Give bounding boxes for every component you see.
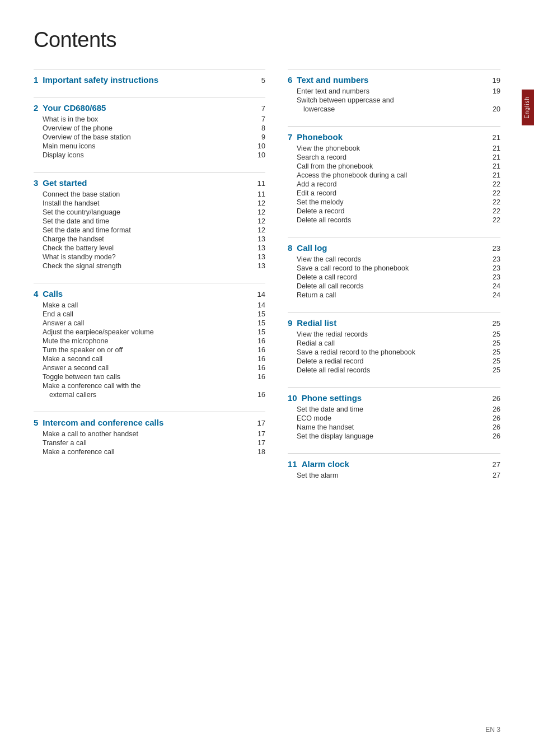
- entry-text: Search a record: [288, 153, 346, 161]
- section-page-5: 17: [257, 419, 265, 427]
- entry-page: 13: [253, 244, 265, 252]
- list-item: Delete a call record23: [288, 273, 500, 282]
- section-10: 10Phone settings26Set the date and time2…: [288, 387, 500, 441]
- entry-text: Make a second call: [34, 355, 102, 363]
- list-item: Transfer a call17: [34, 438, 265, 447]
- entry-text: Set the date and time: [34, 217, 109, 225]
- entry-text: Call from the phonebook: [288, 162, 373, 170]
- entry-page: 26: [488, 432, 500, 440]
- list-item: Set the alarm27: [288, 471, 500, 480]
- entry-page: 15: [253, 319, 265, 327]
- list-item: Overview of the base station9: [34, 133, 265, 142]
- section-number-3: 3: [34, 178, 38, 188]
- section-page-7: 21: [493, 133, 500, 142]
- list-item: Set the date and time12: [34, 217, 265, 226]
- section-title-10: Phone settings: [302, 393, 362, 403]
- list-item: Name the handset26: [288, 423, 500, 432]
- list-item: Charge the handset13: [34, 235, 265, 244]
- entry-page: 24: [488, 282, 500, 290]
- section-title-11: Alarm clock: [302, 459, 349, 469]
- entry-page: 22: [488, 216, 500, 224]
- entry-text: Answer a second call: [34, 364, 109, 372]
- entry-page: 21: [488, 162, 500, 170]
- list-item: Access the phonebook during a call21: [288, 171, 500, 180]
- section-header-7: 7Phonebook21: [288, 132, 500, 142]
- entry-page: 19: [488, 87, 500, 95]
- list-item: Make a second call16: [34, 354, 265, 363]
- entry-page: 23: [488, 264, 500, 272]
- list-item: Set the date and time format12: [34, 226, 265, 235]
- entry-text: Set the date and time format: [34, 226, 131, 234]
- entry-text: Connect the base station: [34, 190, 120, 198]
- entry-text: Edit a record: [288, 189, 336, 197]
- section-title-8: Call log: [297, 243, 327, 253]
- section-9: 9Redial list25View the redial records25R…: [288, 312, 500, 375]
- entry-text: Make a call to another handset: [34, 430, 138, 438]
- list-item: Set the country/language12: [34, 208, 265, 217]
- entry-text: Turn the speaker on or off: [34, 346, 123, 354]
- list-item: Mute the microphone16: [34, 337, 265, 346]
- entry-page: 16: [253, 346, 265, 354]
- entry-page: 16: [253, 337, 265, 345]
- list-item: Delete a redial record25: [288, 357, 500, 366]
- list-item: What is standby mode?13: [34, 253, 265, 262]
- list-item: external callers16: [34, 390, 265, 399]
- section-1: 1Important safety instructions5: [34, 69, 265, 85]
- entry-page: 11: [253, 190, 265, 198]
- entry-page: 12: [253, 199, 265, 207]
- section-header-6: 6Text and numbers19: [288, 75, 500, 85]
- section-number-2: 2: [34, 103, 38, 113]
- entry-page: 16: [253, 364, 265, 372]
- section-number-6: 6: [288, 75, 292, 85]
- right-column: 6Text and numbers19Enter text and number…: [288, 69, 500, 492]
- section-page-11: 27: [493, 460, 500, 469]
- list-item: Check the signal strength13: [34, 262, 265, 270]
- entry-page: 10: [253, 142, 265, 150]
- section-number-10: 10: [288, 393, 297, 403]
- section-number-9: 9: [288, 318, 292, 328]
- section-page-6: 19: [493, 76, 500, 85]
- entry-page: 18: [253, 448, 265, 456]
- section-header-5: 5Intercom and conference calls17: [34, 418, 265, 427]
- list-item: Display icons10: [34, 151, 265, 160]
- entry-page: 8: [253, 124, 265, 132]
- entry-page: 13: [253, 253, 265, 261]
- entry-text: Toggle between two calls: [34, 373, 120, 381]
- list-item: End a call15: [34, 310, 265, 319]
- list-item: Return a call24: [288, 291, 500, 300]
- entry-text: Delete all redial records: [288, 366, 370, 374]
- list-item: Answer a call15: [34, 319, 265, 328]
- section-title-2: Your CD680/685: [43, 103, 106, 113]
- section-header-8: 8Call log23: [288, 243, 500, 253]
- section-page-1: 5: [261, 76, 265, 85]
- entry-page: 13: [253, 262, 265, 270]
- entry-page: 22: [488, 189, 500, 197]
- list-item: Save a call record to the phonebook23: [288, 264, 500, 273]
- list-item: View the phonebook21: [288, 144, 500, 153]
- entry-page: 15: [253, 328, 265, 336]
- entry-text: external callers: [34, 391, 96, 399]
- entry-text: Mute the microphone: [34, 337, 108, 345]
- entry-page: 15: [253, 310, 265, 318]
- section-6: 6Text and numbers19Enter text and number…: [288, 69, 500, 114]
- section-title-3: Get started: [43, 178, 87, 188]
- entry-text: lowercase: [288, 105, 335, 113]
- entry-page: 22: [488, 207, 500, 215]
- entry-page: 23: [488, 273, 500, 281]
- entry-page: 26: [488, 405, 500, 413]
- entry-page: 27: [488, 472, 500, 479]
- list-item: View the call records23: [288, 255, 500, 264]
- section-11: 11Alarm clock27Set the alarm27: [288, 453, 500, 480]
- section-header-2: 2Your CD680/6857: [34, 103, 265, 113]
- list-item: Main menu icons10: [34, 142, 265, 151]
- entry-text: View the call records: [288, 255, 361, 263]
- entry-page: 25: [488, 366, 500, 374]
- section-title-9: Redial list: [297, 318, 336, 328]
- section-2: 2Your CD680/6857What is in the box7Overv…: [34, 97, 265, 160]
- entry-text: Name the handset: [288, 423, 354, 431]
- section-number-1: 1: [34, 75, 38, 85]
- entry-page: 12: [253, 208, 265, 216]
- entry-page: 12: [253, 217, 265, 225]
- list-item: Check the battery level13: [34, 244, 265, 253]
- entry-page: 17: [253, 439, 265, 447]
